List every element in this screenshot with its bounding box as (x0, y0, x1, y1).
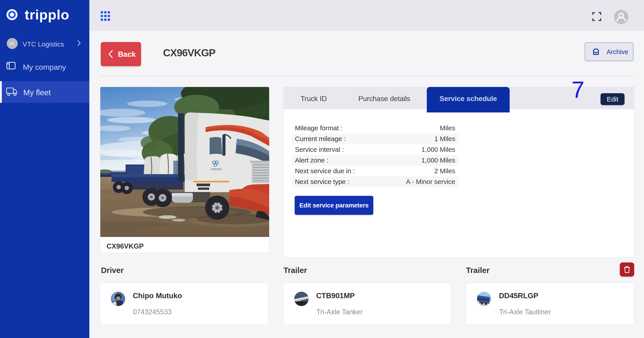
svg-text:intessal: intessal (211, 167, 222, 171)
